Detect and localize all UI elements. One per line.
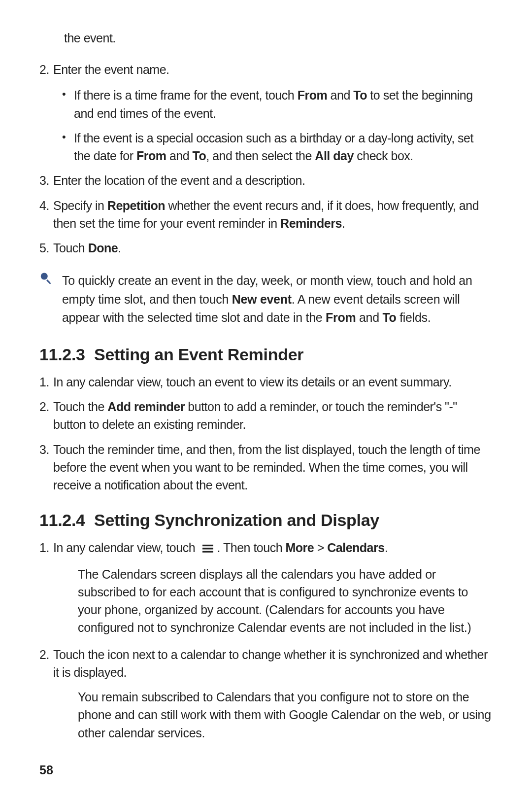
text: and (166, 149, 192, 163)
bold-to: To (193, 149, 206, 163)
section-title: Setting Synchronization and Display (94, 511, 379, 529)
sync-step-2: Touch the icon next to a calendar to cha… (39, 646, 493, 742)
bold-allday: All day (315, 149, 353, 163)
bullet-timeframe: If there is a time frame for the event, … (62, 86, 493, 122)
svg-rect-3 (202, 548, 213, 550)
sync-step-1-detail: The Calendars screen displays all the ca… (78, 565, 493, 637)
text: In any calendar view, touch (53, 541, 199, 554)
sync-step-2-detail: You remain subscribed to Calendars that … (78, 688, 493, 742)
section-sync-heading: 11.2.4 Setting Synchronization and Displ… (39, 511, 493, 530)
bold-newevent: New event (232, 292, 292, 306)
svg-point-0 (41, 273, 48, 280)
step-3: Enter the location of the event and a de… (39, 172, 493, 189)
bold-from: From (326, 311, 356, 324)
text: Touch the reminder time, and then, from … (53, 443, 480, 492)
bold-addreminder: Add reminder (107, 400, 185, 414)
step-2-bullets: If there is a time frame for the event, … (62, 86, 493, 165)
step-3-text: Enter the location of the event and a de… (53, 173, 305, 187)
text: . (118, 241, 121, 255)
step-4: Specify in Repetition whether the event … (39, 197, 493, 233)
reminder-step-1: In any calendar view, touch an event to … (39, 373, 493, 391)
reminder-step-2: Touch the Add reminder button to add a r… (39, 398, 493, 434)
reminder-step-3: Touch the reminder time, and then, from … (39, 441, 493, 494)
step-5: Touch Done. (39, 239, 493, 257)
bold-more: More (286, 541, 314, 554)
bold-to: To (353, 88, 367, 102)
step-2-text: Enter the event name. (53, 63, 169, 76)
section-reminder-heading: 11.2.3 Setting an Event Reminder (39, 345, 493, 364)
bold-calendars: Calendars (327, 541, 384, 554)
text: and (356, 311, 382, 324)
continued-line: the event. (64, 30, 493, 47)
text: In any calendar view, touch an event to … (53, 375, 452, 389)
text: . (385, 541, 388, 554)
text: If there is a time frame for the event, … (74, 88, 298, 102)
steps-list-1: Enter the event name. If there is a time… (39, 61, 493, 257)
text: Touch the (53, 400, 107, 414)
bold-reminders: Reminders (280, 216, 342, 230)
menu-icon (201, 540, 214, 558)
text: . (342, 216, 345, 230)
text: Specify in (53, 199, 107, 212)
text: fields. (397, 311, 431, 324)
text: Touch the icon next to a calendar to cha… (53, 648, 488, 679)
bold-repetition: Repetition (107, 199, 165, 212)
text: . Then touch (217, 541, 286, 554)
section-number: 11.2.4 (39, 511, 85, 529)
svg-rect-4 (202, 551, 213, 553)
bold-done: Done (88, 241, 118, 255)
text: and (327, 88, 353, 102)
text: check box. (354, 149, 413, 163)
steps-list-reminder: In any calendar view, touch an event to … (39, 373, 493, 494)
bullet-allday: If the event is a special occasion such … (62, 129, 493, 165)
tip-text: To quickly create an event in the day, w… (62, 272, 493, 327)
bold-from: From (136, 149, 166, 163)
svg-rect-2 (202, 545, 213, 546)
text: > (314, 541, 327, 554)
step-2: Enter the event name. If there is a time… (39, 61, 493, 165)
tip-icon (39, 273, 52, 288)
bold-from: From (298, 88, 328, 102)
section-number: 11.2.3 (39, 345, 85, 364)
page-number: 58 (39, 763, 53, 777)
text: Touch (53, 241, 88, 255)
steps-list-sync: In any calendar view, touch . Then touch… (39, 539, 493, 742)
sync-step-1: In any calendar view, touch . Then touch… (39, 539, 493, 636)
section-title: Setting an Event Reminder (94, 345, 303, 364)
bold-to: To (382, 311, 396, 324)
tip-block: To quickly create an event in the day, w… (39, 272, 493, 327)
text: , and then select the (206, 149, 315, 163)
